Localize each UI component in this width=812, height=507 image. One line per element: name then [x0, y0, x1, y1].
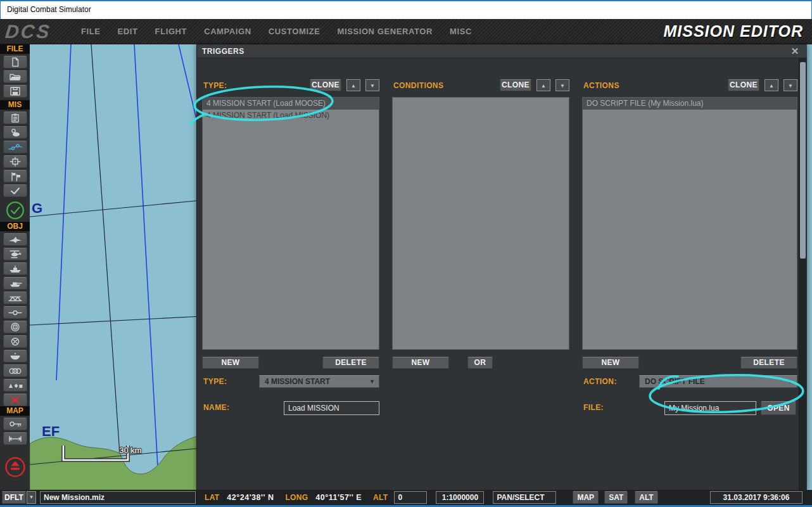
datetime-indicator: 31.03.2017 9:36:06	[710, 491, 802, 504]
mission-filename-input[interactable]	[40, 491, 196, 504]
add-airplane-button[interactable]	[3, 233, 27, 246]
actions-list: DO SCRIPT FILE (My Mission.lua)	[582, 97, 797, 350]
add-carrier-button[interactable]	[3, 350, 27, 363]
lat-label: LAT	[205, 493, 219, 502]
map-layer-button[interactable]: MAP	[573, 491, 599, 504]
linked-rings-button[interactable]	[3, 364, 27, 377]
type-column: TYPE: CLONE ▲ ▼ 4 MISSION START (Load MO…	[202, 58, 379, 490]
waypoint-icon	[7, 307, 23, 318]
menu-misc[interactable]: MISC	[450, 27, 472, 36]
open-mission-button[interactable]	[3, 70, 27, 83]
checklist-icon	[7, 186, 23, 196]
action-list-item[interactable]: DO SCRIPT FILE (My Mission.lua)	[583, 98, 797, 110]
circle-cross-button[interactable]	[3, 335, 27, 348]
script-file-input[interactable]	[664, 401, 756, 415]
conditions-clone-button[interactable]: CLONE	[500, 79, 531, 91]
conditions-list	[392, 97, 569, 350]
conditions-move-up-button[interactable]: ▲	[536, 79, 550, 91]
weather-button[interactable]	[3, 126, 27, 139]
trigger-name-input[interactable]	[284, 401, 379, 415]
open-file-button[interactable]: OPEN	[761, 401, 796, 415]
chevron-up-icon: ▲	[541, 83, 546, 89]
trigger-type-dropdown[interactable]: 4 MISSION START ▼	[259, 375, 379, 388]
triggers-button[interactable]	[3, 141, 27, 153]
trigger-list: 4 MISSION START (Load MOOSE) 4 MISSION S…	[202, 97, 379, 350]
add-waypoint-button[interactable]	[3, 306, 27, 319]
actions-move-up-button[interactable]: ▲	[764, 79, 778, 91]
menu-edit[interactable]: EDIT	[118, 27, 138, 36]
triggers-icon	[7, 142, 23, 152]
chevron-down-icon: ▼	[788, 83, 793, 89]
chevron-up-icon: ▲	[351, 83, 356, 89]
type-delete-button[interactable]: DELETE	[322, 357, 379, 369]
panel-scrollbar-thumb[interactable]	[800, 62, 806, 259]
mission-options-button[interactable]	[3, 155, 27, 168]
flags-icon	[7, 171, 23, 181]
new-mission-button[interactable]	[3, 56, 27, 68]
actions-new-button[interactable]: NEW	[582, 357, 639, 369]
alt-layer-button[interactable]: ALT	[635, 491, 657, 504]
alt-input[interactable]	[394, 491, 427, 504]
coalition-dropdown-arrow[interactable]: ▼	[27, 491, 36, 504]
actions-clone-button[interactable]: CLONE	[728, 79, 759, 91]
key-icon	[7, 419, 23, 429]
add-ship-button[interactable]	[3, 262, 27, 275]
sat-layer-button[interactable]: SAT	[604, 491, 628, 504]
action-type-value: DO SCRIPT FILE	[645, 377, 705, 386]
chevron-down-icon: ▼	[369, 376, 375, 387]
trigger-list-item[interactable]: 4 MISSION START (Load MISSION)	[203, 110, 379, 122]
dcs-mission-editor-window: Digital Combat Simulator DCS FILE EDIT F…	[0, 0, 812, 507]
map-scale-indicator[interactable]: 1:1000000	[436, 491, 484, 504]
save-mission-button[interactable]	[3, 85, 27, 98]
chevron-down-icon: ▼	[370, 83, 375, 89]
actions-column: ACTIONS CLONE ▲ ▼ DO SCRIPT FILE (My Mis…	[582, 58, 797, 490]
delete-button[interactable]	[3, 394, 27, 406]
chevron-down-icon: ▼	[560, 83, 565, 89]
menu-flight[interactable]: FLIGHT	[155, 27, 187, 36]
checklist-button[interactable]	[3, 184, 27, 197]
exit-icon	[3, 455, 27, 479]
add-vehicle-button[interactable]	[3, 277, 27, 290]
conditions-column: CONDITIONS CLONE ▲ ▼ NEW OR	[392, 58, 569, 490]
sidebar-section-file: FILE	[0, 44, 30, 54]
static-object-icon	[7, 293, 23, 303]
conditions-or-button[interactable]: OR	[467, 357, 493, 369]
actions-move-down-button[interactable]: ▼	[783, 79, 797, 91]
panel-scrollbar[interactable]	[799, 58, 806, 490]
trigger-list-item[interactable]: 4 MISSION START (Load MOOSE)	[203, 98, 379, 110]
bullseye-button[interactable]	[3, 321, 27, 333]
mouse-mode-indicator[interactable]: PAN/SELECT	[493, 491, 556, 504]
menu-file[interactable]: FILE	[81, 27, 101, 36]
close-icon[interactable]: ✕	[789, 45, 801, 58]
mission-options-icon	[7, 157, 23, 167]
type-clone-button[interactable]: CLONE	[310, 79, 341, 91]
template-shapes-button[interactable]	[3, 379, 27, 392]
sidebar-section-mis: MIS	[0, 100, 30, 110]
add-static-object-button[interactable]	[3, 292, 27, 304]
dcs-logo-icon: DCS	[5, 21, 68, 42]
validate-mission-button[interactable]	[5, 200, 25, 221]
exit-editor-button[interactable]	[3, 455, 27, 479]
helicopter-icon	[7, 249, 23, 259]
type-move-down-button[interactable]: ▼	[365, 79, 379, 91]
menu-customize[interactable]: CUSTOMIZE	[269, 27, 320, 36]
conditions-move-down-button[interactable]: ▼	[555, 79, 569, 91]
type-move-up-button[interactable]: ▲	[346, 79, 360, 91]
ruler-button[interactable]	[3, 432, 27, 445]
actions-delete-button[interactable]: DELETE	[740, 357, 797, 369]
map-key-button[interactable]	[3, 418, 27, 430]
menu-bar: DCS FILE EDIT FLIGHT CAMPAIGN CUSTOMIZE …	[0, 19, 812, 44]
briefing-button[interactable]	[3, 112, 27, 124]
type-new-button[interactable]: NEW	[202, 357, 259, 369]
conditions-new-button[interactable]: NEW	[392, 357, 449, 369]
action-type-dropdown[interactable]: DO SCRIPT FILE ▼	[639, 375, 797, 388]
map-scale-label: 30 km	[119, 446, 141, 455]
coalition-selector[interactable]: DFLT	[2, 491, 26, 504]
triggers-panel: TRIGGERS ✕ TYPE: CLONE ▲ ▼ 4 MISSION STA…	[196, 44, 807, 490]
mission-editor-title: MISSION EDITOR	[663, 22, 803, 41]
add-helicopter-button[interactable]	[3, 248, 27, 260]
menu-mission-generator[interactable]: MISSION GENERATOR	[337, 27, 433, 36]
chevron-up-icon: ▲	[769, 83, 774, 89]
menu-campaign[interactable]: CAMPAIGN	[204, 27, 251, 36]
flags-button[interactable]	[3, 170, 27, 183]
